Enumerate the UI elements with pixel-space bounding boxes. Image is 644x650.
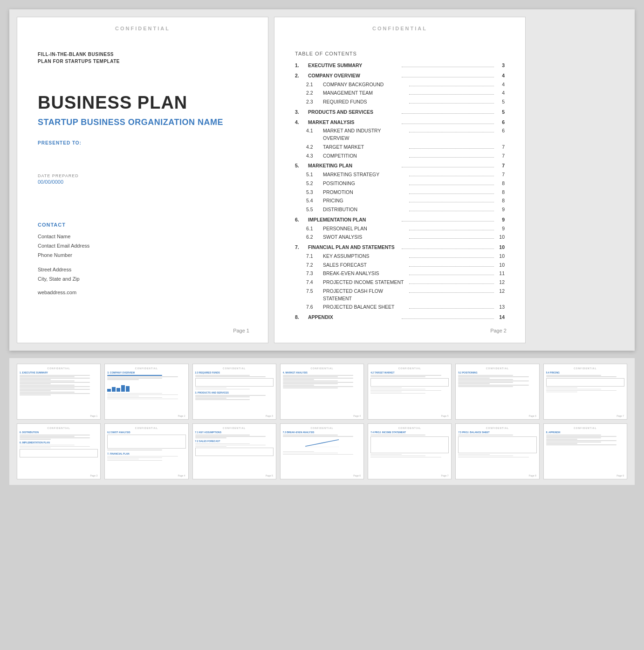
thumb-10: CONFIDENTIAL 7.1 KEY ASSUMPTIONS 7.2 SAL… [192,423,276,479]
toc-item: 7.3BREAK-EVEN ANALYSIS11 [295,270,505,277]
toc-item: 5.4PRICING8 [295,197,505,205]
thumb-3: CONFIDENTIAL 2.3 REQUIRED FUNDS 3. PRODU… [192,364,276,420]
thumb-8: CONFIDENTIAL 6. DISTRIBUTION 6. IMPLEMEN… [17,423,101,479]
page1-date-value: 00/00/0000 [38,179,247,185]
thumb-7: CONFIDENTIAL 5.4 PRICING Page 7 [543,364,627,420]
toc-item: 7.2SALES FORECAST10 [295,262,505,269]
thumb-13: CONFIDENTIAL 7.5 PROJ. BALANCE SHEET Pag… [455,423,539,479]
toc-item: 5.MARKETING PLAN7 [295,162,505,170]
break-even-chart [283,439,361,447]
page2-confidential-label: CONFIDENTIAL [372,26,427,31]
page-2: CONFIDENTIAL TABLE OF CONTENTS 1.EXECUTI… [274,17,526,343]
toc-item: 4.1MARKET AND INDUSTRY OVERVIEW6 [295,127,505,142]
toc-item: 6.1PERSONNEL PLAN9 [295,225,505,233]
thumb-4: CONFIDENTIAL 4. MARKET ANALYSIS Page 4 [280,364,364,420]
thumb-9: CONFIDENTIAL 6.2 SWOT ANALYSIS 7. FINANC… [104,423,188,479]
page1-contact-info: Contact Name Contact Email Address Phone… [38,232,247,260]
page1-header-title: FILL-IN-THE-BLANK BUSINESSPLAN FOR START… [38,51,247,65]
page1-header: FILL-IN-THE-BLANK BUSINESSPLAN FOR START… [38,51,247,65]
thumbnails-section: CONFIDENTIAL 1. EXECUTIVE SUMMARY Page 1… [9,358,635,485]
toc-item: 6.IMPLEMENTATION PLAN9 [295,216,505,224]
thumb-11: CONFIDENTIAL 7.3 BREAK-EVEN ANALYSIS Pag… [280,423,364,479]
toc-title: TABLE OF CONTENTS [295,51,505,56]
toc-item: 4.MARKET ANALYSIS6 [295,119,505,126]
page1-address: Street Address City, State and Zip [38,265,247,284]
toc-item: 2.COMPANY OVERVIEW4 [295,72,505,80]
page1-number: Page 1 [233,328,249,333]
thumb-5: CONFIDENTIAL 4.2 TARGET MARKET Page 5 [368,364,452,420]
page1-org-name: STARTUP BUSINESS ORGANIZATION NAME [38,118,247,127]
toc-item: 2.3REQUIRED FUNDS5 [295,98,505,106]
toc-item: 3.PRODUCTS AND SERVICES5 [295,109,505,116]
toc-item: 5.1MARKETING STRATEGY7 [295,171,505,179]
toc-item: 2.2MANAGEMENT TEAM4 [295,90,505,97]
toc-item: 2.1COMPANY BACKGROUND4 [295,81,505,89]
toc-item: 7.1KEY ASSUMPTIONS10 [295,253,505,260]
toc-item: 7.5PROJECTED CASH FLOW STATEMENT12 [295,288,505,303]
page1-website: webaddress.com [38,290,247,295]
page1-date-label: DATE PREPARED [38,173,247,178]
toc-item: 7.FINANCIAL PLAN AND STATEMENTS10 [295,244,505,251]
thumb-14: CONFIDENTIAL 8. APPENDIX Page 9 [543,423,627,479]
page1-contact-header: CONTACT [38,222,247,228]
thumb-1: CONFIDENTIAL 1. EXECUTIVE SUMMARY Page 1 [17,364,101,420]
toc-item: 7.6PROJECTED BALANCE SHEET13 [295,304,505,311]
toc-item: 4.3COMPETITION7 [295,152,505,160]
thumb-2: CONFIDENTIAL 3. COMPANY OVERVIEW Page 2 [104,364,188,420]
contact-phone: Phone Number [38,251,247,260]
toc-item: 5.5DISTRIBUTION9 [295,206,505,214]
toc-item: 8.APPENDIX14 [295,314,505,321]
toc-item: 7.4PROJECTED INCOME STATEMENT12 [295,279,505,286]
address-street: Street Address [38,265,247,275]
thumb-6: CONFIDENTIAL 5.2 POSITIONING Page 6 [455,364,539,420]
toc-item: 4.2TARGET MARKET7 [295,144,505,151]
contact-email: Contact Email Address [38,242,247,251]
contact-name: Contact Name [38,232,247,242]
page1-presented-label: PRESENTED TO: [38,140,247,145]
toc-item: 6.2SWOT ANALYSIS10 [295,234,505,241]
page1-main-title: BUSINESS PLAN [38,93,247,113]
main-pages-container: CONFIDENTIAL FILL-IN-THE-BLANK BUSINESSP… [9,9,635,351]
thumbnails-grid: CONFIDENTIAL 1. EXECUTIVE SUMMARY Page 1… [17,364,627,479]
page-1: CONFIDENTIAL FILL-IN-THE-BLANK BUSINESSP… [17,17,268,343]
toc-item: 5.3PROMOTION8 [295,189,505,196]
address-city: City, State and Zip [38,275,247,284]
page1-confidential-label: CONFIDENTIAL [115,26,170,31]
toc-list: 1.EXECUTIVE SUMMARY32.COMPANY OVERVIEW42… [295,62,505,321]
toc-item: 1.EXECUTIVE SUMMARY3 [295,62,505,69]
toc-item: 5.2POSITIONING8 [295,180,505,187]
thumb-12: CONFIDENTIAL 7.4 PROJ. INCOME STATEMENT … [368,423,452,479]
page2-number: Page 2 [490,328,507,333]
